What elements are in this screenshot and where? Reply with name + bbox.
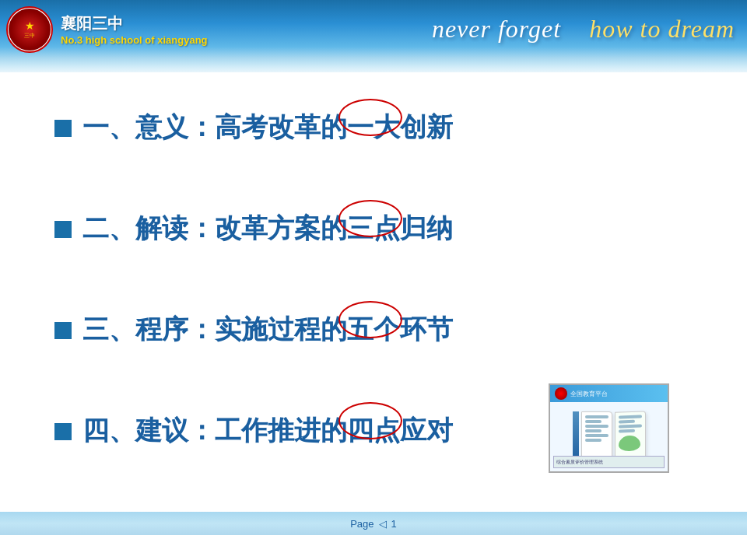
bullet-text-4: 四、建议：工作推进的四点应对 [82, 413, 453, 449]
book-line [585, 439, 601, 442]
logo-text: 三中 [24, 32, 35, 40]
sub-header-stripe [0, 58, 747, 72]
book-visual [573, 411, 646, 462]
book-line [585, 434, 608, 437]
book-line [619, 420, 635, 424]
form-bar: 综合素质评价管理系统 [553, 456, 665, 468]
bullet-main-1: 高考改革的一大创新 [215, 112, 453, 142]
slogan-part2: how to dream [589, 15, 735, 43]
bullet-prefix-4: 四、建议： [82, 415, 215, 445]
book-decoration [619, 436, 640, 452]
logo-star: ★ [25, 19, 35, 32]
book-page-right [615, 411, 646, 462]
bullet-item-1: 一、意义：高考改革的一大创新 [54, 110, 453, 145]
book-line [585, 420, 601, 423]
school-name-block: 襄阳三中 No.3 high school of xiangyang [61, 13, 208, 46]
book-line [585, 415, 608, 418]
book-line [619, 415, 642, 418]
school-logo: ★ 三中 [6, 6, 53, 53]
bullet-item-2: 二、解读：改革方案的三点归纳 [54, 211, 453, 247]
bullet-prefix-2: 二、解读： [82, 213, 215, 243]
bullet-square-3 [54, 322, 72, 339]
thumb-title-text: 全国教育平台 [570, 390, 608, 398]
header-left: ★ 三中 襄阳三中 No.3 high school of xiangyang [6, 6, 208, 53]
footer-page-number: 1 [391, 518, 397, 530]
form-label: 综合素质评价管理系统 [556, 459, 603, 466]
bullet-text-1: 一、意义：高考改革的一大创新 [82, 110, 453, 145]
bullet-text-2: 二、解读：改革方案的三点归纳 [82, 211, 453, 247]
book-spine [573, 411, 579, 462]
header: ★ 三中 襄阳三中 No.3 high school of xiangyang … [0, 0, 747, 58]
slide-container: ★ 三中 襄阳三中 No.3 high school of xiangyang … [0, 0, 747, 560]
logo-inner: ★ 三中 [9, 9, 51, 51]
main-content: 一、意义：高考改革的一大创新 二、解读：改革方案的三点归纳 三、程序：实施过程的… [0, 72, 747, 512]
bullet-main-3: 实施过程的五个环节 [215, 314, 453, 344]
book-line [585, 425, 608, 428]
book-page-left [581, 411, 612, 462]
school-name-cn: 襄阳三中 [61, 13, 208, 34]
bullet-text-3: 三、程序：实施过程的五个环节 [82, 312, 453, 348]
bullet-square-1 [54, 120, 72, 137]
footer-page-label: Page [350, 518, 374, 530]
bullet-square-2 [54, 221, 72, 238]
book-line [619, 429, 635, 433]
book-line [619, 424, 642, 428]
school-name-en: No.3 high school of xiangyang [61, 34, 208, 46]
bullet-item-4: 四、建议：工作推进的四点应对 [54, 413, 453, 449]
bullet-square-4 [54, 423, 72, 440]
thumbnail-header: 全国教育平台 [550, 385, 668, 402]
content-wrapper: 一、意义：高考改革的一大创新 二、解读：改革方案的三点归纳 三、程序：实施过程的… [54, 96, 693, 496]
bullet-main-2: 改革方案的三点归纳 [215, 213, 453, 243]
bullet-prefix-1: 一、意义： [82, 112, 215, 142]
thumbnail-body: 综合素质评价管理系统 [550, 402, 668, 471]
thumb-logo [555, 387, 567, 400]
bullet-item-3: 三、程序：实施过程的五个环节 [54, 312, 453, 348]
book-line [585, 429, 601, 432]
slogan-part1: never forget [432, 15, 561, 43]
bullet-main-4: 工作推进的四点应对 [215, 415, 453, 445]
footer: Page ◁ 1 [0, 512, 747, 535]
footer-page-symbol: ◁ [379, 518, 387, 530]
bullet-prefix-3: 三、程序： [82, 314, 215, 344]
thumbnail: 全国教育平台 [549, 383, 669, 473]
header-slogan: never forget how to dream [432, 15, 735, 44]
